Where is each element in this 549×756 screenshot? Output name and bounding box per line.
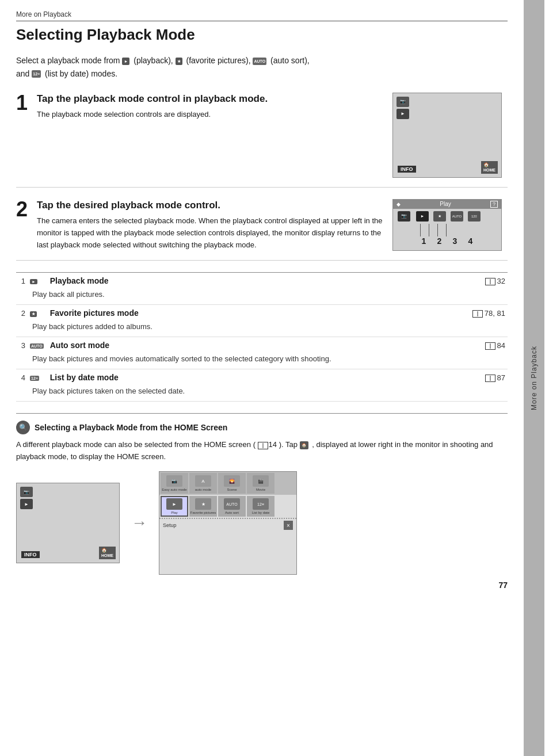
note-desc: A different playback mode can also be se… (16, 439, 508, 463)
hs-fav: ★ Favorite pictures (189, 496, 217, 517)
mode-icon-fav-2: ★ (433, 211, 446, 222)
hs-auto-sort: AUTO Auto sort (218, 496, 246, 517)
mode-4-label: List by date mode (48, 369, 376, 386)
cam-shoot-icon: 📷 (396, 97, 409, 107)
mode-2-num: 2 (16, 305, 28, 322)
page-title: Selecting Playback Mode (16, 26, 508, 44)
step-1-title: Tap the playback mode control in playbac… (37, 93, 384, 105)
step-1-image: 📷 ► INFO 🏠HOME (392, 93, 508, 178)
home-mid-row: ► Play ★ Favorite pictures AUTO Auto sor… (159, 495, 296, 519)
close-button[interactable]: × (284, 521, 293, 530)
step-2-title: Tap the desired playback mode control. (37, 199, 384, 212)
hs-auto: A auto mode (189, 473, 217, 494)
step-2-number: 2 (16, 199, 37, 220)
home-screen-mockup: 📷 Easy auto mode A auto mode 🌄 Scene (159, 471, 297, 575)
note-section: 🔍 Selecting a Playback Mode from the HOM… (16, 413, 508, 575)
note-camera-screen: 📷 ► INFO 🏠HOME (16, 483, 120, 563)
intro-playback-label: (playback), (134, 56, 175, 65)
mode-row-2-header: 2 ★ Favorite pictures mode 78, 81 (16, 305, 508, 322)
mode-icon-auto-2: AUTO (451, 211, 463, 222)
home-top-row: 📷 Easy auto mode A auto mode 🌄 Scene (159, 472, 296, 495)
mode-row-4-header: 4 12≡ List by date mode 87 (16, 369, 508, 386)
info-badge-1: INFO (398, 166, 416, 173)
auto-icon-intro: AUTO (253, 58, 266, 65)
mode-row-1-desc: Play back all pictures. (16, 289, 508, 305)
note-images: 📷 ► INFO 🏠HOME → 📷 Easy auto mode (16, 471, 508, 575)
home-bottom-row: Setup × (159, 519, 296, 532)
intro-auto-label: (auto sort), (270, 56, 310, 65)
modes-table: 1 ► Playback mode 32 Play back all pictu… (16, 272, 508, 402)
mode-2-desc: Play back pictures added to albums. (16, 321, 508, 337)
step-2-image: ◆ Play ? 📷 ► ★ (392, 199, 508, 251)
camera-screen-2: ◆ Play ? 📷 ► ★ (392, 199, 502, 251)
diagram-num-3: 3 (453, 236, 458, 246)
fav-icon-intro: ★ (176, 58, 182, 65)
diagram-num-4: 4 (468, 236, 473, 246)
hs-scene: 🌄 Scene (218, 473, 246, 494)
mode-1-ref: 32 (376, 273, 508, 289)
step-1-desc: The playback mode selection controls are… (37, 109, 384, 121)
mode-row-4-desc: Play back pictures taken on the selected… (16, 385, 508, 402)
intro-fav-label: (favorite pictures), (186, 56, 253, 65)
section-header: More on Playback (16, 10, 508, 21)
section-title: More on Playback (16, 10, 71, 18)
mode-row-3-desc: Play back pictures and movies automatica… (16, 353, 508, 369)
mode-icon-play-2: ► (416, 211, 429, 222)
mode-4-ref: 87 (376, 369, 508, 386)
play-bar: ◆ Play ? (393, 200, 501, 209)
note-cam-play: ► (20, 499, 33, 509)
step-1-number: 1 (16, 93, 37, 113)
hs-list-date: 12≡ List by date (247, 496, 274, 517)
date-icon-intro: 12≡ (32, 70, 41, 78)
note-cam-shoot: 📷 (20, 487, 33, 497)
intro-and: and (16, 69, 29, 78)
note-ref: 14 (269, 440, 277, 449)
note-icon: 🔍 (16, 421, 30, 434)
step-2-section: 2 Tap the desired playback mode control.… (16, 199, 508, 261)
hs-play: ► Play (161, 496, 188, 517)
intro-text-before: Select a playback mode from (16, 56, 120, 65)
mode-icon-date-2: 12≡ (468, 211, 481, 222)
question-mark: ? (490, 201, 498, 208)
playback-icon-intro: ► (122, 58, 129, 65)
home-badge-1: 🏠HOME (481, 161, 498, 174)
mode-2-ref: 78, 81 (376, 305, 508, 322)
page-number: 77 (16, 581, 508, 590)
play-label: Play (440, 201, 451, 207)
hs-easy-auto: 📷 Easy auto mode (161, 473, 188, 494)
note-home-badge: 🏠HOME (99, 547, 116, 559)
note-title: Selecting a Playback Mode from the HOME … (35, 423, 227, 432)
diagram-num-2: 2 (437, 236, 442, 246)
mode-2-icon: ★ (30, 311, 37, 317)
note-home-icon: 🏠 (300, 441, 308, 449)
intro-paragraph: Select a playback mode from ► (playback)… (16, 54, 508, 80)
mode-4-desc: Play back pictures taken on the selected… (16, 385, 508, 402)
cam-play-icon: ► (396, 109, 409, 119)
mode-2-label: Favorite pictures mode (48, 305, 376, 322)
note-cam-icons: 📷 ► (20, 487, 33, 509)
hs-movie: 🎬 Movie (247, 473, 274, 494)
mode-3-ref: 84 (376, 337, 508, 354)
sidebar-tab: More on Playback (524, 0, 544, 756)
mode-1-num: 1 (16, 273, 28, 289)
mode-3-desc: Play back pictures and movies automatica… (16, 353, 508, 369)
mode-3-label: Auto sort mode (48, 337, 376, 354)
mode-row-1-header: 1 ► Playback mode 32 (16, 273, 508, 289)
mode-4-icon: 12≡ (30, 376, 39, 381)
step-2-desc: The camera enters the selected playback … (37, 215, 384, 251)
arrow-icon: → (131, 514, 147, 532)
mode-row-3-header: 3 AUTO Auto sort mode 84 (16, 337, 508, 354)
mode-row-2-desc: Play back pictures added to albums. (16, 321, 508, 337)
mode-3-num: 3 (16, 337, 28, 354)
camera-screen-1: 📷 ► INFO 🏠HOME (392, 93, 502, 178)
mode-3-icon: AUTO (30, 343, 44, 349)
note-info-badge: INFO (21, 551, 40, 558)
cam-shoot-icon-2: 📷 (398, 211, 410, 222)
mode-1-desc: Play back all pictures. (16, 289, 508, 305)
intro-date-label: (list by date) modes. (45, 69, 117, 78)
diagram-num-1: 1 (422, 236, 426, 246)
step-1-section: 1 Tap the playback mode control in playb… (16, 93, 508, 188)
note-header: 🔍 Selecting a Playback Mode from the HOM… (16, 421, 508, 434)
setup-label: Setup (163, 522, 177, 528)
mode-4-num: 4 (16, 369, 28, 386)
